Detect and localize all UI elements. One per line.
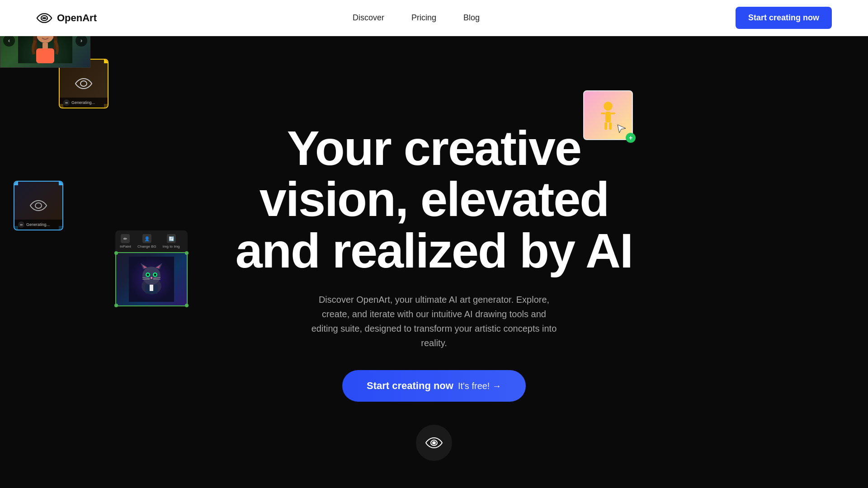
svg-rect-21 xyxy=(611,113,615,114)
nav-discover[interactable]: Discover xyxy=(353,13,384,23)
hero-title-line1: Your creative xyxy=(287,121,581,175)
svg-point-2 xyxy=(142,267,160,285)
bottom-logo-circle xyxy=(416,425,452,461)
plus-badge: + xyxy=(626,133,636,143)
generating-text: Generating... xyxy=(71,100,95,105)
nav-blog[interactable]: Blog xyxy=(463,13,480,23)
change-bg-icon: 👤 xyxy=(142,234,151,243)
svg-rect-32 xyxy=(36,48,54,63)
navbar-cta-button[interactable]: Start creating now xyxy=(736,7,832,29)
cursor-icon xyxy=(616,123,628,136)
image-nav-next[interactable]: › xyxy=(75,35,87,47)
svg-point-33 xyxy=(432,441,436,445)
navbar: OpenArt Discover Pricing Blog Start crea… xyxy=(0,0,868,36)
svg-point-11 xyxy=(151,277,152,279)
svg-rect-19 xyxy=(605,112,611,122)
float-cat-toolbar: ✏ InPaint 👤 Change BG 🔄 Img to Img xyxy=(115,230,188,306)
toolbar-change-bg[interactable]: 👤 Change BG xyxy=(137,234,156,249)
generating-overlay-top-left: ∞ Generating... xyxy=(60,98,108,108)
svg-rect-22 xyxy=(604,122,607,130)
nav-links: Discover Pricing Blog xyxy=(353,13,480,23)
cat-image-box xyxy=(115,252,188,306)
toolbar-inpaint[interactable]: ✏ InPaint xyxy=(120,234,131,249)
bottom-logo-icon xyxy=(425,436,443,449)
hero-cta-main-text: Start creating now xyxy=(367,380,453,392)
change-bg-label: Change BG xyxy=(137,244,156,249)
hero-cta-button[interactable]: Start creating now It's free! → xyxy=(342,370,526,402)
editor-toolbar: ✏ InPaint 👤 Change BG 🔄 Img to Img xyxy=(115,230,188,252)
hero-cta-arrow: → xyxy=(492,381,501,391)
hero-title-line3: and realized by AI xyxy=(236,223,632,278)
openart-logo-icon xyxy=(36,13,52,23)
hero-subtitle: Discover OpenArt, your ultimate AI art g… xyxy=(307,292,561,350)
inpaint-icon: ✏ xyxy=(121,234,130,243)
svg-point-9 xyxy=(147,274,149,276)
svg-point-18 xyxy=(604,102,613,111)
logo[interactable]: OpenArt xyxy=(36,12,97,24)
gen-icon-2: ∞ xyxy=(18,221,24,228)
img-to-img-icon: 🔄 xyxy=(167,234,176,243)
svg-point-10 xyxy=(154,274,156,276)
float-figure-top-right: + xyxy=(583,90,633,140)
svg-rect-20 xyxy=(601,113,605,114)
image-nav-prev[interactable]: ‹ xyxy=(3,35,15,47)
hero-title-line2: vision, elevated xyxy=(259,172,609,226)
svg-rect-17 xyxy=(150,285,153,291)
hero-cta-sub-text: It's free! → xyxy=(458,381,501,391)
hero-title: Your creative vision, elevated and reali… xyxy=(236,122,632,276)
toolbar-img-to-img[interactable]: 🔄 Img to Img xyxy=(163,234,180,249)
generating-text-2: Generating... xyxy=(26,222,50,227)
svg-rect-31 xyxy=(42,43,48,48)
nav-pricing[interactable]: Pricing xyxy=(411,13,436,23)
float-generating-person-mid-left: ∞ Generating... xyxy=(14,181,63,230)
generating-overlay-mid-left: ∞ Generating... xyxy=(14,220,62,230)
img-to-img-label: Img to Img xyxy=(163,244,180,249)
inpaint-label: InPaint xyxy=(120,244,131,249)
logo-text: OpenArt xyxy=(57,12,97,24)
hero-cta-free: It's free! xyxy=(458,381,490,391)
gen-icon: ∞ xyxy=(63,99,70,106)
svg-rect-23 xyxy=(609,122,612,130)
svg-marker-24 xyxy=(618,125,626,133)
cat-illustration xyxy=(129,257,174,302)
